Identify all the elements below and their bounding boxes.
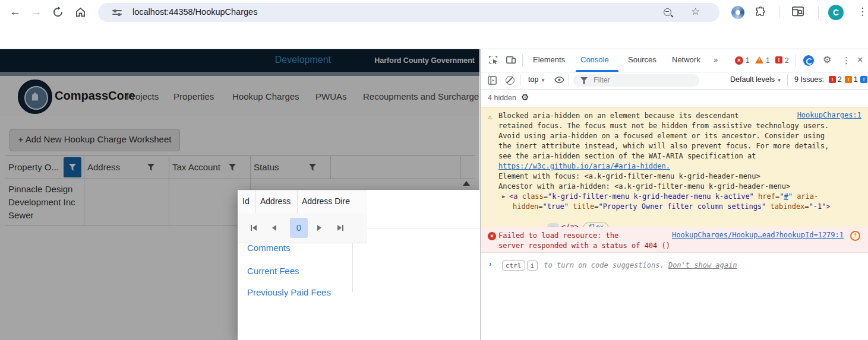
browser-toolbar: ← → localhost:44358/HookupCharges ☆ C ⋮	[0, 0, 868, 25]
ancestor-element-line: Ancestor with aria-hidden: <a.k-grid-fil…	[498, 182, 790, 192]
log-levels-dropdown[interactable]: Default levels ▼	[730, 75, 781, 84]
warning-source-link[interactable]: HookupCharges:1	[797, 111, 861, 119]
dont-show-again-link[interactable]: Don't show again	[668, 261, 737, 269]
warning-text-line: Blocked aria-hidden on an element becaus…	[498, 111, 739, 121]
error-count-icon[interactable]: ×	[735, 56, 743, 65]
pager-first-icon[interactable]	[251, 225, 257, 231]
device-toolbar-icon[interactable]	[506, 55, 516, 65]
tab-sources[interactable]: Sources	[628, 55, 656, 64]
extensions-puzzle-icon[interactable]	[755, 6, 767, 18]
tab-network[interactable]: Network	[672, 55, 700, 64]
issue-info-icon[interactable]: !	[860, 76, 867, 83]
profile-avatar[interactable]: C	[828, 5, 844, 20]
warning-count[interactable]: 1	[766, 56, 770, 65]
devtools-tabbar: Elements Console Sources Network » × 1 1…	[481, 49, 868, 72]
console-error-message[interactable]: × Failed to load resource: the server re…	[481, 227, 868, 253]
dialog-grid-header: Id Address Address Dire	[238, 190, 367, 214]
live-expression-eye-icon[interactable]	[554, 75, 564, 84]
devtools-close-icon[interactable]: ×	[857, 55, 863, 65]
warning-icon: ⚠	[488, 112, 493, 121]
extension-swirl-icon[interactable]	[731, 6, 744, 19]
site-settings-icon[interactable]	[112, 8, 122, 17]
browser-menu-icon[interactable]: ⋮	[857, 7, 867, 17]
key-i: i	[527, 260, 538, 271]
forward-icon[interactable]: →	[31, 6, 42, 17]
dialog-pager: 0	[238, 214, 367, 243]
ai-assistance-icon[interactable]	[803, 55, 814, 66]
console-filter-input[interactable]: Filter	[573, 74, 699, 87]
element-markup-line[interactable]: <a class="k-grid-filter-menu k-grid-head…	[509, 192, 818, 202]
zoom-out-icon[interactable]	[664, 8, 671, 16]
chevron-down-icon: ▼	[541, 78, 545, 83]
issue-warning-icon[interactable]: !	[845, 76, 852, 83]
more-tabs-icon[interactable]: »	[714, 55, 718, 64]
element-markup-close: …</a>flex	[513, 212, 608, 222]
filter-icon	[580, 77, 588, 84]
error-count[interactable]: 1	[746, 56, 750, 65]
error-icon: ×	[488, 232, 496, 240]
context-selector[interactable]: top ▼	[528, 75, 545, 84]
hidden-messages-row: 4 hidden ⚙	[481, 89, 868, 107]
console-prompt[interactable]: › ctrli to turn on code suggestions. Don…	[481, 258, 868, 272]
warning-text-line: see the aria-hidden section of the WAI-A…	[498, 151, 756, 161]
reload-icon[interactable]	[52, 7, 64, 18]
console-warning-message[interactable]: ⚠ Blocked aria-hidden on an element beca…	[481, 107, 868, 228]
clear-console-icon[interactable]	[506, 76, 515, 85]
issues-count[interactable]: 2	[785, 56, 789, 65]
home-icon[interactable]	[75, 7, 86, 18]
toolbar-separator	[787, 74, 788, 86]
warning-count-icon[interactable]	[755, 56, 763, 63]
issue-error-icon[interactable]: !	[829, 76, 836, 83]
web-page: Development Harford County Government Co…	[0, 49, 479, 340]
console-sidebar-icon[interactable]	[488, 76, 497, 85]
prompt-chevron-icon: ›	[489, 259, 491, 268]
pager-prev-icon[interactable]	[272, 225, 276, 231]
error-text-line: Failed to load resource: the	[498, 231, 618, 241]
devtools-panel: Elements Console Sources Network » × 1 1…	[480, 49, 868, 340]
devtools-separator	[522, 55, 523, 66]
focus-element-line: Element with focus: <a.k-grid-filter-men…	[498, 171, 760, 182]
aria-spec-link[interactable]: https://w3c.github.io/aria/#aria-hidden.	[498, 161, 670, 171]
key-ctrl: ctrl	[502, 260, 525, 271]
issue-warning-count: 1	[854, 75, 858, 84]
toolbar-separator	[569, 74, 569, 86]
element-markup-line: hidden="true" title="Property Owner filt…	[513, 202, 831, 212]
pager-next-icon[interactable]	[317, 225, 321, 231]
issues-count-icon[interactable]: !	[775, 56, 782, 63]
warning-text-line: the inert attribute instead, which will …	[498, 141, 829, 151]
tab-current-fees[interactable]: Current Fees	[247, 266, 299, 276]
toolbar-separator	[818, 7, 819, 18]
dialog-col-id[interactable]: Id	[238, 190, 256, 214]
error-text-line: server responded with a status of 404 ()	[498, 241, 670, 251]
expand-triangle-icon[interactable]: ▶	[502, 193, 505, 199]
devtools-settings-icon[interactable]: ⚙	[823, 54, 831, 65]
side-panel-search-icon[interactable]	[791, 6, 804, 18]
bookmark-star-icon[interactable]: ☆	[691, 5, 700, 18]
toolbar-separator	[520, 74, 520, 86]
dialog-col-address[interactable]: Address	[255, 190, 298, 214]
url-text[interactable]: localhost:44358/HookupCharges	[132, 7, 257, 17]
open-issue-icon[interactable]: !	[850, 231, 860, 241]
devtools-menu-icon[interactable]: ⋮	[842, 55, 851, 66]
devtools-separator	[796, 55, 796, 66]
chevron-down-icon: ▼	[777, 78, 782, 83]
pager-page-0[interactable]: 0	[290, 218, 308, 238]
tab-comments[interactable]: Comments	[247, 243, 291, 253]
address-bar[interactable]: localhost:44358/HookupCharges ☆	[98, 3, 719, 22]
back-icon[interactable]: ←	[10, 6, 21, 17]
tab-elements[interactable]: Elements	[533, 55, 565, 64]
edit-dialog: Edit Property Information Other Informat…	[238, 190, 479, 340]
warning-text-line: Avoid using aria-hidden on a focused ele…	[498, 131, 825, 141]
screen: ← → localhost:44358/HookupCharges ☆ C ⋮ …	[0, 0, 868, 340]
tab-console[interactable]: Console	[580, 55, 609, 64]
dialog-col-address-direction[interactable]: Address Dire	[297, 190, 367, 214]
issues-link[interactable]: 9 Issues:	[794, 75, 824, 84]
inspect-element-icon[interactable]	[488, 55, 498, 65]
gear-icon[interactable]: ⚙	[521, 92, 529, 103]
dialog-grid: Id Address Address Dire 0	[238, 293, 367, 340]
tab-previously-paid-fees[interactable]: Previously Paid Fees	[247, 287, 331, 297]
suggestion-hint-text: to turn on code suggestions.	[539, 261, 668, 269]
hidden-count-label[interactable]: 4 hidden	[488, 94, 516, 102]
pager-last-icon[interactable]	[337, 225, 343, 231]
error-source-link[interactable]: HookupCharges/Hookup…ead?hookupId=1279:1	[672, 231, 844, 239]
